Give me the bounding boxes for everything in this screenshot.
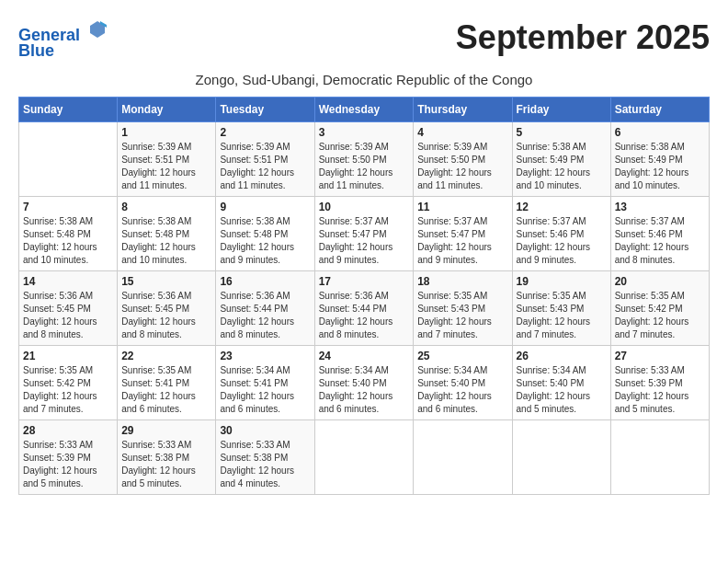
calendar-table: SundayMondayTuesdayWednesdayThursdayFrid… — [18, 97, 710, 495]
day-header-tuesday: Tuesday — [216, 97, 314, 121]
day-number: 26 — [517, 350, 607, 362]
calendar-cell: 8Sunrise: 5:38 AMSunset: 5:48 PMDaylight… — [118, 196, 216, 270]
calendar-cell: 16Sunrise: 5:36 AMSunset: 5:44 PMDayligh… — [216, 270, 314, 345]
day-header-friday: Friday — [512, 97, 610, 121]
day-info: Sunrise: 5:38 AMSunset: 5:49 PMDaylight:… — [517, 141, 607, 192]
day-number: 7 — [23, 201, 113, 213]
calendar-cell: 26Sunrise: 5:34 AMSunset: 5:40 PMDayligh… — [512, 345, 610, 419]
day-info: Sunrise: 5:36 AMSunset: 5:44 PMDaylight:… — [220, 290, 310, 341]
calendar-cell: 23Sunrise: 5:34 AMSunset: 5:41 PMDayligh… — [216, 345, 314, 419]
day-info: Sunrise: 5:35 AMSunset: 5:43 PMDaylight:… — [417, 290, 507, 341]
day-header-thursday: Thursday — [414, 97, 512, 121]
calendar-cell: 17Sunrise: 5:36 AMSunset: 5:44 PMDayligh… — [314, 270, 414, 345]
calendar-cell — [414, 419, 512, 494]
day-info: Sunrise: 5:37 AMSunset: 5:46 PMDaylight:… — [517, 215, 607, 267]
day-number: 16 — [220, 275, 310, 288]
day-number: 28 — [23, 424, 113, 437]
month-title: September 2025 — [456, 18, 710, 57]
calendar-cell: 12Sunrise: 5:37 AMSunset: 5:46 PMDayligh… — [512, 196, 610, 270]
day-info: Sunrise: 5:38 AMSunset: 5:49 PMDaylight:… — [615, 141, 705, 192]
day-number: 11 — [417, 201, 507, 213]
day-header-sunday: Sunday — [19, 97, 118, 121]
day-number: 19 — [517, 275, 607, 288]
calendar-cell: 27Sunrise: 5:33 AMSunset: 5:39 PMDayligh… — [610, 345, 709, 419]
calendar-cell: 24Sunrise: 5:34 AMSunset: 5:40 PMDayligh… — [314, 345, 414, 419]
day-info: Sunrise: 5:37 AMSunset: 5:47 PMDaylight:… — [417, 215, 507, 267]
day-number: 25 — [417, 350, 507, 362]
calendar-cell: 20Sunrise: 5:35 AMSunset: 5:42 PMDayligh… — [610, 270, 709, 345]
calendar-cell — [512, 419, 610, 494]
day-info: Sunrise: 5:38 AMSunset: 5:48 PMDaylight:… — [220, 215, 310, 267]
day-number: 18 — [417, 275, 507, 288]
day-info: Sunrise: 5:34 AMSunset: 5:40 PMDaylight:… — [517, 364, 607, 416]
day-info: Sunrise: 5:38 AMSunset: 5:48 PMDaylight:… — [121, 215, 211, 267]
calendar-cell: 4Sunrise: 5:39 AMSunset: 5:50 PMDaylight… — [414, 121, 512, 196]
logo: General Blue — [18, 18, 108, 61]
calendar-cell: 9Sunrise: 5:38 AMSunset: 5:48 PMDaylight… — [216, 196, 314, 270]
day-info: Sunrise: 5:33 AMSunset: 5:38 PMDaylight:… — [121, 439, 211, 490]
calendar-cell: 7Sunrise: 5:38 AMSunset: 5:48 PMDaylight… — [19, 196, 118, 270]
day-info: Sunrise: 5:35 AMSunset: 5:43 PMDaylight:… — [517, 290, 607, 341]
day-number: 30 — [220, 424, 310, 437]
calendar-cell: 30Sunrise: 5:33 AMSunset: 5:38 PMDayligh… — [216, 419, 314, 494]
day-number: 3 — [319, 126, 410, 139]
day-info: Sunrise: 5:36 AMSunset: 5:45 PMDaylight:… — [23, 290, 113, 341]
day-info: Sunrise: 5:39 AMSunset: 5:51 PMDaylight:… — [220, 141, 310, 192]
day-header-saturday: Saturday — [610, 97, 709, 121]
day-info: Sunrise: 5:39 AMSunset: 5:50 PMDaylight:… — [319, 141, 410, 192]
calendar-cell: 22Sunrise: 5:35 AMSunset: 5:41 PMDayligh… — [118, 345, 216, 419]
calendar-cell: 28Sunrise: 5:33 AMSunset: 5:39 PMDayligh… — [19, 419, 118, 494]
calendar-cell: 14Sunrise: 5:36 AMSunset: 5:45 PMDayligh… — [19, 270, 118, 345]
day-number: 24 — [319, 350, 410, 362]
day-number: 15 — [121, 275, 211, 288]
calendar-cell: 5Sunrise: 5:38 AMSunset: 5:49 PMDaylight… — [512, 121, 610, 196]
day-number: 5 — [517, 126, 607, 139]
day-number: 27 — [615, 350, 705, 362]
day-number: 1 — [121, 126, 211, 139]
day-info: Sunrise: 5:35 AMSunset: 5:42 PMDaylight:… — [615, 290, 705, 341]
day-info: Sunrise: 5:34 AMSunset: 5:40 PMDaylight:… — [417, 364, 507, 416]
day-info: Sunrise: 5:37 AMSunset: 5:47 PMDaylight:… — [319, 215, 410, 267]
day-number: 29 — [121, 424, 211, 437]
day-info: Sunrise: 5:35 AMSunset: 5:42 PMDaylight:… — [23, 364, 113, 416]
calendar-cell: 6Sunrise: 5:38 AMSunset: 5:49 PMDaylight… — [610, 121, 709, 196]
day-info: Sunrise: 5:38 AMSunset: 5:48 PMDaylight:… — [23, 215, 113, 267]
day-number: 9 — [220, 201, 310, 213]
day-info: Sunrise: 5:36 AMSunset: 5:45 PMDaylight:… — [121, 290, 211, 341]
day-number: 21 — [23, 350, 113, 362]
day-number: 14 — [23, 275, 113, 288]
calendar-cell: 2Sunrise: 5:39 AMSunset: 5:51 PMDaylight… — [216, 121, 314, 196]
calendar-cell: 15Sunrise: 5:36 AMSunset: 5:45 PMDayligh… — [118, 270, 216, 345]
calendar-cell: 19Sunrise: 5:35 AMSunset: 5:43 PMDayligh… — [512, 270, 610, 345]
calendar-cell — [610, 419, 709, 494]
day-info: Sunrise: 5:34 AMSunset: 5:40 PMDaylight:… — [319, 364, 410, 416]
day-number: 17 — [319, 275, 410, 288]
day-info: Sunrise: 5:35 AMSunset: 5:41 PMDaylight:… — [121, 364, 211, 416]
day-number: 23 — [220, 350, 310, 362]
calendar-cell: 11Sunrise: 5:37 AMSunset: 5:47 PMDayligh… — [414, 196, 512, 270]
day-info: Sunrise: 5:33 AMSunset: 5:39 PMDaylight:… — [615, 364, 705, 416]
calendar-cell — [314, 419, 414, 494]
location-title: Zongo, Sud-Ubangi, Democratic Republic o… — [18, 72, 710, 87]
day-number: 13 — [615, 201, 705, 213]
day-number: 22 — [121, 350, 211, 362]
day-number: 8 — [121, 201, 211, 213]
calendar-cell: 21Sunrise: 5:35 AMSunset: 5:42 PMDayligh… — [19, 345, 118, 419]
day-header-wednesday: Wednesday — [314, 97, 414, 121]
calendar-cell: 1Sunrise: 5:39 AMSunset: 5:51 PMDaylight… — [118, 121, 216, 196]
day-info: Sunrise: 5:37 AMSunset: 5:46 PMDaylight:… — [615, 215, 705, 267]
day-number: 12 — [517, 201, 607, 213]
calendar-cell: 29Sunrise: 5:33 AMSunset: 5:38 PMDayligh… — [118, 419, 216, 494]
day-number: 10 — [319, 201, 410, 213]
day-info: Sunrise: 5:39 AMSunset: 5:51 PMDaylight:… — [121, 141, 211, 192]
day-number: 4 — [417, 126, 507, 139]
day-info: Sunrise: 5:33 AMSunset: 5:38 PMDaylight:… — [220, 439, 310, 490]
calendar-cell: 18Sunrise: 5:35 AMSunset: 5:43 PMDayligh… — [414, 270, 512, 345]
day-info: Sunrise: 5:36 AMSunset: 5:44 PMDaylight:… — [319, 290, 410, 341]
day-number: 20 — [615, 275, 705, 288]
calendar-cell — [19, 121, 118, 196]
day-info: Sunrise: 5:34 AMSunset: 5:41 PMDaylight:… — [220, 364, 310, 416]
calendar-cell: 13Sunrise: 5:37 AMSunset: 5:46 PMDayligh… — [610, 196, 709, 270]
day-info: Sunrise: 5:39 AMSunset: 5:50 PMDaylight:… — [417, 141, 507, 192]
calendar-cell: 25Sunrise: 5:34 AMSunset: 5:40 PMDayligh… — [414, 345, 512, 419]
